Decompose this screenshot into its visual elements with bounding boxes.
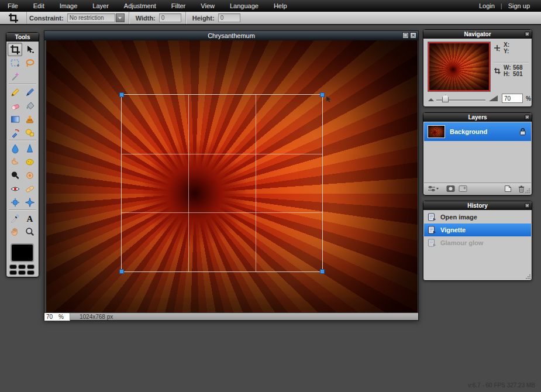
crop-handle-bottom-right[interactable] [320, 269, 325, 274]
tools-palette-header[interactable]: Tools [6, 33, 39, 42]
crop-selection[interactable] [121, 94, 323, 272]
layer-styles-icon[interactable] [459, 185, 467, 192]
tool-burn[interactable] [22, 169, 37, 182]
maximize-button[interactable]: ❐ [402, 32, 409, 39]
color-dot[interactable] [27, 264, 35, 269]
tool-eraser[interactable] [8, 99, 22, 112]
tool-lasso[interactable] [22, 56, 37, 70]
color-dot[interactable] [27, 270, 35, 275]
tool-brush[interactable] [22, 85, 37, 99]
crop-handle-bottom-left[interactable] [119, 269, 124, 274]
menu-edit[interactable]: Edit [26, 0, 52, 12]
layer-mask-icon[interactable] [446, 185, 455, 192]
zoom-slider-thumb[interactable] [442, 95, 449, 102]
tool-blur[interactable] [8, 142, 22, 155]
close-icon[interactable]: ✕ [525, 115, 530, 120]
tool-clone-stamp[interactable] [22, 112, 37, 126]
constraint-dropdown-button[interactable] [116, 13, 125, 22]
tool-smudge[interactable] [8, 155, 22, 169]
history-item-vignette[interactable]: Vignette [424, 223, 531, 236]
tool-sponge[interactable] [22, 155, 37, 169]
eyedropper-icon [10, 213, 20, 223]
foreground-color-swatch[interactable] [11, 243, 34, 262]
history-item-glamour-glow[interactable]: Glamour glow [424, 236, 531, 249]
y-value [513, 48, 515, 54]
quick-color-buttons [9, 264, 36, 275]
tool-shape[interactable] [22, 126, 37, 139]
magic-wand-icon [10, 71, 20, 82]
menu-adjustment[interactable]: Adjustment [116, 0, 164, 12]
brush-icon [25, 87, 35, 98]
type-icon: A [25, 213, 35, 223]
tool-zoom[interactable] [22, 225, 37, 238]
tool-color-replace[interactable] [8, 126, 22, 139]
close-icon[interactable]: ✕ [525, 32, 530, 37]
tool-gradient[interactable] [8, 112, 22, 126]
document-title: Chrysanthemum [208, 32, 255, 39]
tool-pencil[interactable] [8, 85, 22, 99]
tool-spot-heal[interactable] [22, 182, 37, 195]
canvas[interactable] [46, 40, 418, 314]
color-dot[interactable] [9, 270, 17, 275]
constraint-select[interactable]: No restriction [67, 13, 115, 22]
document-title-bar[interactable]: Chrysanthemum ❐ ✕ [44, 31, 418, 40]
tool-bloat[interactable] [8, 195, 22, 209]
close-icon[interactable]: ✕ [525, 203, 530, 208]
signup-link[interactable]: Sign up [505, 2, 533, 9]
tool-type[interactable]: A [22, 211, 37, 225]
history-panel: History ✕ Open image Vignette Glamour gl… [423, 201, 532, 281]
lock-icon[interactable] [519, 128, 526, 136]
menu-image[interactable]: Image [52, 0, 85, 12]
color-dot[interactable] [9, 264, 17, 269]
menu-view[interactable]: View [193, 0, 222, 12]
history-header[interactable]: History ✕ [423, 201, 532, 210]
color-dot[interactable] [18, 264, 26, 269]
menu-file[interactable]: File [0, 0, 26, 12]
history-item-open-image[interactable]: Open image [424, 211, 531, 223]
menu-language[interactable]: Language [222, 0, 266, 12]
tool-color-picker[interactable] [8, 211, 22, 225]
close-button[interactable]: ✕ [410, 32, 416, 39]
resize-grip-icon[interactable] [525, 188, 530, 193]
menu-layer[interactable]: Layer [85, 0, 116, 12]
navigator-thumbnail[interactable] [428, 42, 490, 91]
new-layer-icon[interactable] [504, 185, 512, 192]
tool-dodge[interactable] [8, 169, 22, 182]
tool-marquee[interactable] [8, 56, 22, 70]
width-label: Width: [136, 15, 156, 22]
login-link[interactable]: Login [476, 2, 498, 9]
tool-red-eye[interactable] [8, 182, 22, 195]
color-dot[interactable] [18, 270, 26, 275]
layers-header[interactable]: Layers ✕ [423, 113, 532, 122]
height-field[interactable] [218, 13, 240, 22]
width-field[interactable] [159, 13, 181, 22]
tool-sharpen[interactable] [22, 142, 37, 155]
delete-layer-icon[interactable] [518, 185, 525, 193]
tool-pinch[interactable] [22, 195, 37, 209]
layer-name: Background [450, 128, 519, 135]
mouse-cursor [326, 95, 333, 104]
clone-stamp-icon [25, 114, 35, 125]
tool-bucket[interactable] [22, 99, 37, 112]
tool-wand[interactable] [8, 70, 22, 83]
layer-settings-icon[interactable] [428, 185, 439, 192]
menu-help[interactable]: Help [266, 0, 295, 12]
navigator-zoom-field[interactable] [502, 94, 523, 103]
navigator-header[interactable]: Navigator ✕ [423, 30, 532, 39]
resize-grip-icon[interactable] [526, 274, 530, 279]
menu-filter[interactable]: Filter [164, 0, 193, 12]
layer-row-background[interactable]: Background [424, 122, 531, 141]
tool-hand[interactable] [8, 225, 22, 238]
tool-crop[interactable] [8, 43, 22, 56]
crop-handle-top-left[interactable] [119, 92, 124, 97]
navigator-info: X: Y: [494, 42, 530, 55]
zoom-in-icon[interactable] [489, 95, 498, 101]
paint-bucket-icon [25, 101, 35, 111]
zoom-out-icon[interactable] [428, 98, 434, 101]
document-window: Chrysanthemum ❐ ✕ [44, 30, 419, 321]
x-label: X: [504, 42, 513, 48]
red-eye-icon [10, 184, 20, 194]
crop-handle-top-right[interactable] [320, 92, 325, 97]
zoom-field[interactable] [44, 314, 58, 320]
tool-move[interactable] [22, 43, 37, 56]
